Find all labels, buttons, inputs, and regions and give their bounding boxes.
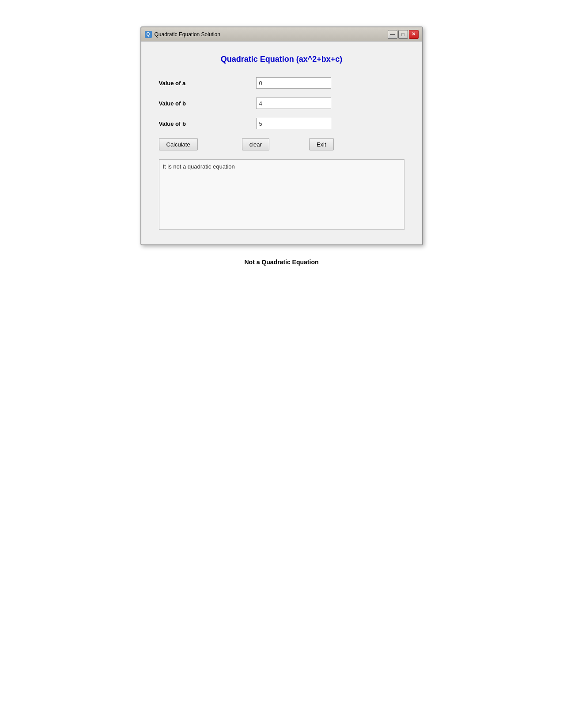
window-controls: — □ ✕	[388, 30, 419, 39]
calculate-button[interactable]: Calculate	[159, 138, 198, 150]
caption-text: Not a Quadratic Equation	[244, 259, 318, 266]
clear-button[interactable]: clear	[242, 138, 269, 150]
close-button[interactable]: ✕	[409, 30, 419, 39]
result-textarea[interactable]	[159, 159, 404, 230]
title-bar: Q Quadratic Equation Solution — □ ✕	[141, 27, 422, 41]
app-icon: Q	[145, 31, 152, 38]
field-b-input[interactable]	[256, 98, 331, 109]
field-c-label: Value of b	[159, 120, 256, 127]
app-window: Q Quadratic Equation Solution — □ ✕ Quad…	[140, 26, 423, 245]
field-a-input[interactable]	[256, 77, 331, 89]
main-title: Quadratic Equation (ax^2+bx+c)	[159, 55, 404, 64]
title-bar-left: Q Quadratic Equation Solution	[145, 31, 220, 38]
field-c-input[interactable]	[256, 118, 331, 129]
window-content: Quadratic Equation (ax^2+bx+c) Value of …	[141, 41, 422, 244]
minimize-button[interactable]: —	[388, 30, 397, 39]
buttons-row: Calculate clear Exit	[159, 138, 404, 150]
field-a-label: Value of a	[159, 80, 256, 86]
field-c-row: Value of b	[159, 118, 404, 129]
exit-button[interactable]: Exit	[309, 138, 334, 150]
field-a-row: Value of a	[159, 77, 404, 89]
field-b-row: Value of b	[159, 98, 404, 109]
field-b-label: Value of b	[159, 100, 256, 107]
maximize-button[interactable]: □	[398, 30, 408, 39]
window-title: Quadratic Equation Solution	[155, 31, 220, 38]
